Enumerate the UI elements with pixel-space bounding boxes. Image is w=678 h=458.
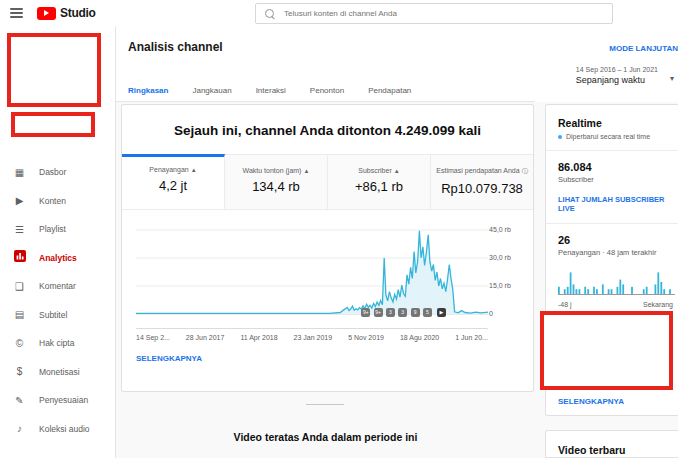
metric-label: Penayangan▲ bbox=[122, 166, 224, 173]
sidebar-item-label: Koleksi audio bbox=[39, 424, 90, 434]
chart-y-axis: 45,0 rb30,0 rb15,0 rb0 bbox=[489, 222, 523, 322]
video-marker-badge[interactable]: 3 bbox=[398, 308, 407, 317]
metric-card-subscriber[interactable]: Subscriber▲+86,1 rb bbox=[328, 155, 431, 209]
latest-video-card: Video terbaru bbox=[545, 430, 678, 458]
chevron-down-icon[interactable]: ▾ bbox=[670, 74, 674, 83]
redacted-channel-name bbox=[11, 112, 95, 137]
sidebar-item-label: Playlist bbox=[39, 224, 66, 234]
metric-label: Estimasi pendapatan Andaⓘ bbox=[431, 167, 533, 176]
x-tick-label: 18 Agu 2020 bbox=[400, 334, 439, 341]
date-range-picker[interactable]: 14 Sep 2016 – 1 Jun 2021 Sepanjang waktu bbox=[576, 66, 658, 85]
menu-icon[interactable] bbox=[10, 6, 23, 21]
metric-card-penayangan[interactable]: Penayangan▲4,2 jt bbox=[122, 154, 225, 209]
axis-left-label: -48 j bbox=[558, 301, 572, 308]
y-tick-label: 0 bbox=[489, 310, 493, 317]
realtime-see-more-link[interactable]: SELENGKAPNYA bbox=[558, 397, 624, 406]
realtime-views-count: 26 bbox=[558, 234, 673, 246]
tab-pendapatan[interactable]: Pendapatan bbox=[368, 76, 411, 102]
audio-library-icon: ♪ bbox=[13, 422, 26, 435]
sidebar-item-label: Analytics bbox=[39, 253, 77, 263]
sidebar-item-label: Komentar bbox=[39, 281, 76, 291]
live-subscriber-link[interactable]: LIHAT JUMLAH SUBSCRIBER LIVE bbox=[558, 195, 673, 213]
date-range-text: 14 Sep 2016 – 1 Jun 2021 bbox=[576, 66, 658, 73]
comments-icon: ❑ bbox=[13, 280, 26, 293]
sidebar-nav: ▦Dasbor▶Konten☰PlaylistAnalytics❑Komenta… bbox=[0, 158, 115, 443]
views-headline: Sejauh ini, channel Anda ditonton 4.249.… bbox=[122, 123, 533, 138]
warning-triangle-icon: ▲ bbox=[303, 168, 309, 174]
metric-value: 134,4 rb bbox=[225, 179, 327, 194]
sidebar-item-komentar[interactable]: ❑Komentar bbox=[0, 272, 115, 301]
section-divider bbox=[306, 404, 344, 405]
y-tick-label: 15,0 rb bbox=[489, 282, 511, 289]
realtime-updated: Diperbarui secara real time bbox=[558, 133, 673, 140]
sidebar-item-subtitel[interactable]: ▤Subtitel bbox=[0, 301, 115, 330]
video-marker-badge[interactable]: 9 bbox=[411, 308, 420, 317]
sidebar-item-label: Dasbor bbox=[39, 167, 66, 177]
advanced-mode-link[interactable]: MODE LANJUTAN bbox=[609, 44, 678, 53]
sidebar-item-analytics[interactable]: Analytics bbox=[0, 244, 115, 273]
latest-video-title: Video terbaru bbox=[558, 444, 678, 456]
warning-triangle-icon: ▲ bbox=[191, 167, 197, 173]
see-more-link[interactable]: SELENGKAPNYA bbox=[136, 354, 202, 363]
realtime-title: Realtime bbox=[558, 117, 673, 129]
video-marker-badge[interactable]: 3 bbox=[386, 308, 395, 317]
video-marker-badge[interactable]: 9+ bbox=[361, 308, 370, 317]
x-tick-label: 28 Jun 2017 bbox=[186, 334, 225, 341]
video-marker-badge[interactable]: ▶ bbox=[437, 308, 446, 317]
top-bar: Studio bbox=[0, 0, 678, 27]
subtitles-icon: ▤ bbox=[13, 308, 26, 321]
metric-value: Rp10.079.738 bbox=[431, 181, 533, 196]
tab-jangkauan[interactable]: Jangkauan bbox=[192, 76, 231, 102]
realtime-subscriber-label: Subscriber bbox=[558, 175, 673, 184]
tab-penonton[interactable]: Penonton bbox=[310, 76, 344, 102]
youtube-studio-logo[interactable]: Studio bbox=[37, 6, 96, 20]
page-title: Analisis channel bbox=[128, 40, 223, 54]
metric-value: +86,1 rb bbox=[328, 179, 430, 194]
dashboard-icon: ▦ bbox=[13, 166, 26, 179]
search-input[interactable] bbox=[282, 8, 612, 19]
redacted-top-videos-list bbox=[540, 311, 673, 390]
x-tick-label: 5 Nov 2019 bbox=[348, 334, 384, 341]
metric-card-waktu-tonton-jam-[interactable]: Waktu tonton (jam)▲134,4 rb bbox=[225, 155, 328, 209]
realtime-subscriber-count: 86.084 bbox=[558, 161, 673, 173]
sidebar-item-hak-cipta[interactable]: ©Hak cipta bbox=[0, 329, 115, 358]
divider bbox=[546, 223, 678, 224]
realtime-views-label: Penayangan · 48 jam terakhir bbox=[558, 248, 673, 257]
overview-card: Sejauh ini, channel Anda ditonton 4.249.… bbox=[121, 104, 534, 392]
realtime-bar-chart[interactable] bbox=[558, 265, 675, 295]
tab-interaksi[interactable]: Interaksi bbox=[256, 76, 286, 102]
video-marker-badge[interactable]: 9+ bbox=[374, 308, 383, 317]
x-tick-label: 11 Apr 2018 bbox=[240, 334, 277, 341]
analytics-icon bbox=[13, 250, 26, 265]
sidebar-item-penyesuaian[interactable]: ✎Penyesuaian bbox=[0, 386, 115, 415]
search-bar[interactable] bbox=[255, 3, 613, 24]
axis-right-label: Sekarang bbox=[643, 301, 673, 308]
sidebar-item-label: Penyesuaian bbox=[39, 395, 88, 405]
content-icon: ▶ bbox=[13, 194, 26, 207]
redacted-channel-avatar bbox=[7, 33, 101, 107]
sidebar-item-playlist[interactable]: ☰Playlist bbox=[0, 215, 115, 244]
y-tick-label: 30,0 rb bbox=[489, 254, 511, 261]
info-icon: ⓘ bbox=[522, 168, 528, 174]
tab-ringkasan[interactable]: Ringkasan bbox=[128, 76, 168, 104]
x-tick-label: 1 Jun 20... bbox=[455, 334, 488, 341]
sidebar-item-monetisasi[interactable]: $Monetisasi bbox=[0, 358, 115, 387]
sidebar-item-label: Subtitel bbox=[39, 310, 67, 320]
sidebar-item-dasbor[interactable]: ▦Dasbor bbox=[0, 158, 115, 187]
search-icon bbox=[265, 9, 274, 18]
views-line-chart[interactable] bbox=[136, 222, 488, 322]
metric-label: Waktu tonton (jam)▲ bbox=[225, 167, 327, 174]
metric-label: Subscriber▲ bbox=[328, 167, 430, 174]
metric-card-estimasi-pendapatan-anda[interactable]: Estimasi pendapatan AndaⓘRp10.079.738 bbox=[431, 155, 533, 209]
sidebar-item-label: Konten bbox=[39, 196, 66, 206]
video-marker-badge[interactable]: 5 bbox=[423, 308, 432, 317]
metric-cards: Penayangan▲4,2 jtWaktu tonton (jam)▲134,… bbox=[122, 154, 533, 210]
sidebar-item-konten[interactable]: ▶Konten bbox=[0, 187, 115, 216]
divider bbox=[546, 150, 678, 151]
views-chart: 45,0 rb30,0 rb15,0 rb0 9+9+3395▶ bbox=[136, 222, 521, 326]
sidebar-item-label: Monetisasi bbox=[39, 367, 80, 377]
copyright-icon: © bbox=[13, 337, 26, 350]
sidebar-item-label: Hak cipta bbox=[39, 338, 74, 348]
sidebar-item-koleksi-audio[interactable]: ♪Koleksi audio bbox=[0, 415, 115, 444]
brand-text: Studio bbox=[60, 6, 96, 20]
